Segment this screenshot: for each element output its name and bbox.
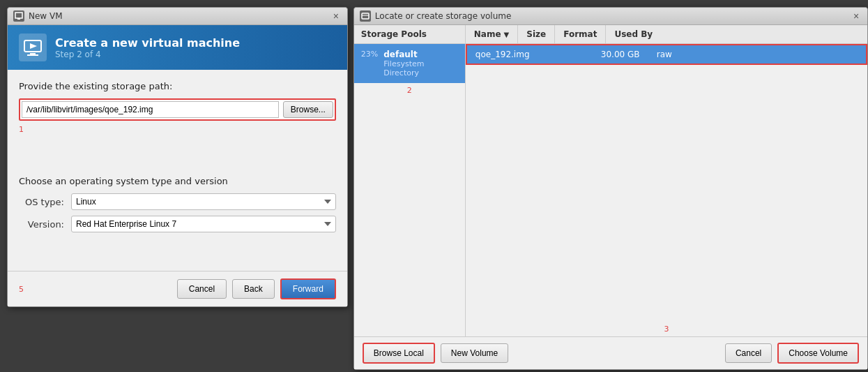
svg-rect-0	[15, 13, 22, 18]
os-section-label: Choose an operating system type and vers…	[19, 176, 336, 186]
version-select[interactable]: Red Hat Enterprise Linux 7	[71, 216, 336, 232]
titlebar-left: New VM	[13, 10, 63, 22]
left-window-close-button[interactable]: ×	[330, 10, 342, 22]
vm-header-title: Create a new virtual machine	[55, 36, 240, 50]
svg-rect-6	[362, 13, 369, 19]
locate-storage-window: Locate or create storage volume × Storag…	[353, 7, 868, 370]
vol-format: raw	[657, 50, 713, 59]
storage-pools-pane: Storage Pools 23% default Filesystem Dir…	[354, 25, 466, 336]
storage-path-row: Browse...	[19, 98, 336, 121]
footer-annotation-5: 5	[19, 285, 24, 294]
col-size-label: Size	[526, 29, 546, 39]
pools-annotation: 2	[354, 83, 465, 98]
pool-item-default[interactable]: 23% default Filesystem Directory	[354, 44, 465, 83]
col-usedby-label: Used By	[614, 29, 653, 39]
volumes-list: qoe_192.img 30.00 GB raw	[466, 44, 867, 322]
forward-button[interactable]: Forward	[280, 278, 336, 299]
version-row: Version: Red Hat Enterprise Linux 7	[19, 216, 336, 232]
storage-path-input[interactable]	[22, 101, 279, 118]
os-type-select[interactable]: Linux	[71, 193, 336, 210]
pool-percent: 23%	[361, 50, 378, 59]
browse-button[interactable]: Browse...	[283, 101, 333, 118]
vol-name: qoe_192.img	[475, 50, 601, 59]
right-content: Storage Pools 23% default Filesystem Dir…	[354, 25, 867, 336]
col-name-label: Name	[474, 29, 501, 39]
right-footer-actions: Cancel Choose Volume	[725, 343, 859, 364]
col-header-usedby[interactable]: Used By	[606, 25, 661, 43]
vol-usedby	[713, 50, 858, 59]
svg-rect-5	[27, 54, 38, 56]
left-titlebar: New VM ×	[8, 8, 347, 25]
vm-footer: 5 Cancel Back Forward	[8, 271, 347, 306]
pool-name: default	[383, 50, 458, 59]
volumes-header: Name ▼ Size Format Used By	[466, 25, 867, 44]
volumes-annotation: 3	[466, 322, 867, 336]
vm-header-banner: Create a new virtual machine Step 2 of 4	[8, 25, 347, 70]
col-header-size[interactable]: Size	[518, 25, 555, 43]
storage-window-icon	[360, 10, 371, 22]
svg-rect-4	[30, 53, 36, 54]
os-type-label: OS type:	[19, 197, 64, 207]
vm-window-icon	[13, 10, 24, 22]
version-label: Version:	[19, 219, 64, 230]
choose-volume-button[interactable]: Choose Volume	[777, 343, 859, 364]
svg-rect-1	[17, 18, 20, 20]
volumes-pane: Name ▼ Size Format Used By qoe_192	[466, 25, 867, 336]
col-header-format[interactable]: Format	[555, 25, 606, 43]
vm-content: Provide the existing storage path: Brows…	[8, 70, 347, 271]
right-window-title: Locate or create storage volume	[375, 11, 512, 21]
vm-header-step: Step 2 of 4	[55, 50, 240, 59]
svg-marker-3	[30, 43, 37, 49]
left-window-title: New VM	[29, 11, 63, 21]
browse-local-button[interactable]: Browse Local	[363, 343, 435, 364]
back-button[interactable]: Back	[232, 279, 275, 299]
new-volume-button[interactable]: New Volume	[441, 343, 508, 363]
annotation-1: 1	[19, 125, 336, 134]
pool-info: default Filesystem Directory	[383, 50, 458, 77]
storage-section-label: Provide the existing storage path:	[19, 81, 336, 91]
right-titlebar-left: Locate or create storage volume	[360, 10, 512, 22]
right-window-close-button[interactable]: ×	[851, 10, 862, 22]
volume-row-qoe192[interactable]: qoe_192.img 30.00 GB raw	[466, 44, 867, 65]
vol-size: 30.00 GB	[601, 50, 657, 59]
right-titlebar: Locate or create storage volume ×	[354, 8, 867, 25]
col-format-label: Format	[563, 29, 597, 39]
cancel-button[interactable]: Cancel	[177, 279, 227, 299]
os-type-row: OS type: Linux	[19, 193, 336, 210]
cancel-button-right[interactable]: Cancel	[725, 343, 772, 363]
sort-icon: ▼	[504, 31, 510, 38]
col-header-name[interactable]: Name ▼	[466, 25, 519, 43]
vm-header-text: Create a new virtual machine Step 2 of 4	[55, 36, 240, 59]
pools-header: Storage Pools	[354, 25, 465, 44]
vm-header-icon	[19, 34, 47, 61]
pool-type: Filesystem Directory	[383, 59, 458, 77]
right-footer: Browse Local New Volume Cancel Choose Vo…	[354, 336, 867, 369]
new-vm-window: New VM × Create a new virtual machine St…	[7, 7, 348, 307]
